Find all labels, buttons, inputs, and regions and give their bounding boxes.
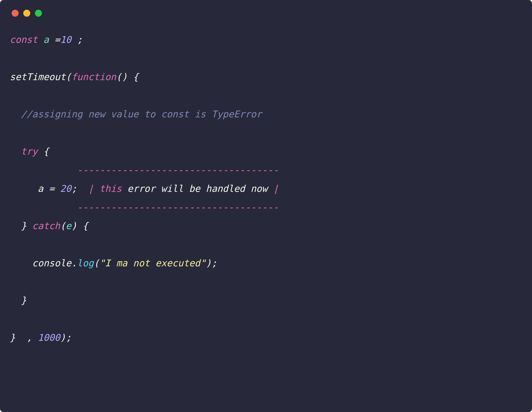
paren: );: [60, 332, 71, 343]
annotation-pipe: |: [273, 183, 279, 194]
fn-log: log: [77, 258, 94, 268]
comment: //assigning new value to const is TypeEr…: [21, 109, 262, 119]
brace: {: [38, 146, 49, 157]
keyword-this: this: [99, 183, 122, 194]
maximize-icon[interactable]: [35, 10, 42, 17]
variable-a: a: [38, 183, 43, 194]
paren: );: [206, 258, 217, 268]
keyword-try: try: [21, 146, 38, 157]
titlebar: [0, 0, 532, 20]
brace: }: [21, 220, 32, 231]
paren: (: [66, 71, 71, 82]
annotation-border-bottom: ------------------------------------: [77, 202, 279, 213]
semicolon: ;: [71, 183, 88, 194]
comma: ,: [21, 332, 38, 343]
brace: }: [10, 332, 21, 343]
fn-settimeout: setTimeout: [10, 71, 66, 82]
obj-console: console: [32, 258, 71, 268]
keyword-function: function: [71, 71, 116, 82]
param-e: e: [66, 220, 71, 231]
number-20: 20: [60, 183, 71, 194]
paren: ): [71, 220, 77, 231]
brace: }: [21, 295, 27, 306]
equals: =: [55, 34, 60, 45]
paren: (: [60, 220, 66, 231]
parens: (): [116, 71, 127, 82]
equals: =: [43, 183, 60, 194]
brace: {: [127, 71, 139, 82]
dot: .: [71, 258, 77, 268]
brace: {: [77, 220, 88, 231]
keyword-catch: catch: [32, 220, 60, 231]
close-icon[interactable]: [12, 10, 19, 17]
annotation-text: error will be handled now: [122, 183, 273, 194]
keyword-const: const: [10, 34, 38, 45]
minimize-icon[interactable]: [23, 10, 30, 17]
number-1000: 1000: [38, 332, 60, 343]
annotation-border-top: ------------------------------------: [77, 164, 279, 175]
string-literal: "I ma not executed": [99, 258, 206, 268]
annotation-pipe: |: [88, 183, 99, 194]
semicolon: ;: [71, 34, 83, 45]
number-10: 10: [60, 34, 71, 45]
code-window: const a =10 ; setTimeout(function() { //…: [0, 0, 532, 412]
variable-a: a: [43, 34, 49, 45]
code-editor[interactable]: const a =10 ; setTimeout(function() { //…: [0, 20, 532, 356]
paren: (: [94, 258, 99, 268]
